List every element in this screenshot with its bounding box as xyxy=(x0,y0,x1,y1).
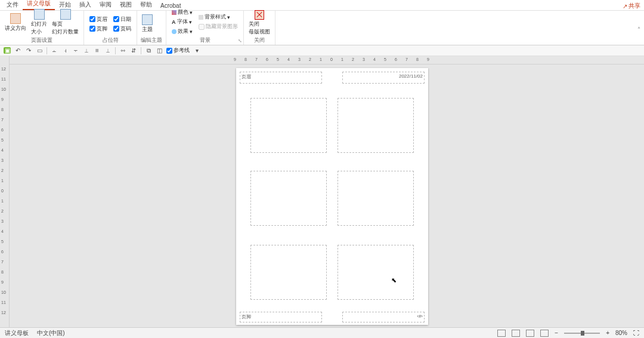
guides-label: 参考线 xyxy=(174,47,190,54)
slide-placeholder-1[interactable] xyxy=(250,98,327,153)
htick: 4 xyxy=(287,57,290,62)
chk-date[interactable]: 日期 xyxy=(113,16,131,23)
slideshow-button[interactable] xyxy=(540,330,549,337)
tab-review[interactable]: 审阅 xyxy=(95,0,116,10)
htick: 4 xyxy=(373,57,376,62)
close-icon xyxy=(255,10,264,20)
slide-placeholder-6[interactable] xyxy=(338,245,414,300)
zoom-thumb[interactable] xyxy=(581,331,584,336)
background-launcher[interactable]: ⤡ xyxy=(238,38,242,44)
orientation-icon xyxy=(10,13,21,24)
chk-footer[interactable]: 页脚 xyxy=(89,25,107,33)
share-label: 共享 xyxy=(628,2,640,10)
distribute-h-icon[interactable]: ⇿ xyxy=(119,47,126,54)
separator xyxy=(47,47,47,54)
page-number-placeholder[interactable]: ‹#› xyxy=(342,312,425,322)
canvas[interactable]: 9 8 7 6 5 4 3 2 1 0 1 2 3 4 5 6 7 8 9 页眉… xyxy=(10,56,644,327)
horizontal-ruler[interactable]: 9 8 7 6 5 4 3 2 1 0 1 2 3 4 5 6 7 8 9 xyxy=(10,56,644,64)
align-top-icon[interactable]: ⟂ xyxy=(83,47,90,54)
vtick: 2 xyxy=(1,209,4,213)
vtick: 9 xyxy=(1,280,4,284)
bg-styles-icon xyxy=(199,15,203,20)
separator xyxy=(141,47,141,54)
align-center-icon[interactable]: ⫞ xyxy=(61,47,69,54)
chk-hide-bg-graphics[interactable]: 隐藏背景图形 xyxy=(199,23,238,30)
chart-icon[interactable]: ◫ xyxy=(156,47,163,54)
slide-sorter-button[interactable] xyxy=(512,330,520,337)
slide-size-button[interactable]: 幻灯片 大小 xyxy=(30,9,48,36)
chk-pagenum-label: 页码 xyxy=(120,25,131,33)
tab-strip: 文件 讲义母版 开始 插入 审阅 视图 帮助 Acrobat ↗ 共享 xyxy=(0,0,644,11)
footer-placeholder[interactable]: 页脚 xyxy=(240,312,322,322)
status-language[interactable]: 中文(中国) xyxy=(37,329,65,337)
slide-placeholder-2[interactable] xyxy=(338,98,414,153)
vtick: 7 xyxy=(1,260,4,264)
themes-label: 主题 xyxy=(142,26,153,33)
tab-view[interactable]: 视图 xyxy=(116,0,136,10)
zoom-percent[interactable]: 80% xyxy=(615,330,627,336)
fonts-button[interactable]: A字体 ▾ xyxy=(172,18,193,26)
header-placeholder[interactable]: 页眉 xyxy=(240,72,322,84)
redo-icon[interactable]: ↷ xyxy=(25,47,32,54)
close-master-button[interactable]: 关闭 母版视图 xyxy=(247,10,271,36)
separator xyxy=(115,47,116,54)
group-label-placeholders: 占位符 xyxy=(88,36,133,44)
colors-button[interactable]: 颜色 ▾ xyxy=(172,8,193,16)
slides-per-page-icon xyxy=(60,9,71,20)
htick: 5 xyxy=(277,57,279,62)
zoom-out-button[interactable]: − xyxy=(555,330,558,336)
from-beginning-icon[interactable]: ▭ xyxy=(36,47,43,54)
slide-placeholder-5[interactable] xyxy=(250,245,327,300)
vtick: 4 xyxy=(1,229,4,233)
htick: 6 xyxy=(266,57,268,62)
collapse-ribbon-button[interactable]: ˄ xyxy=(637,26,640,33)
distribute-v-icon[interactable]: ⇵ xyxy=(130,47,137,54)
effects-label: 效果 xyxy=(178,27,188,35)
slide-size-label: 幻灯片 大小 xyxy=(31,20,47,36)
htick: 1 xyxy=(320,57,322,62)
htick: 3 xyxy=(298,57,301,62)
htick: 7 xyxy=(405,57,408,62)
reading-view-button[interactable] xyxy=(526,330,534,337)
handout-orientation-button[interactable]: 讲义方向 xyxy=(4,13,27,32)
date-placeholder[interactable]: 2022/11/02 xyxy=(342,72,425,84)
group-close: 关闭 母版视图 关闭 xyxy=(244,11,275,45)
close-master-label: 关闭 母版视图 xyxy=(249,20,270,36)
slides-per-page-button[interactable]: 每页 幻灯片数量 xyxy=(51,9,80,36)
tab-help[interactable]: 帮助 xyxy=(136,0,156,10)
bg-styles-button[interactable]: 背景样式 ▾ xyxy=(199,13,238,21)
slide-placeholder-3[interactable] xyxy=(250,171,327,226)
normal-view-button[interactable] xyxy=(497,330,506,337)
undo-icon[interactable]: ↶ xyxy=(14,47,21,54)
colors-icon xyxy=(172,10,177,15)
effects-icon xyxy=(172,29,177,34)
align-right-icon[interactable]: ⫟ xyxy=(72,47,79,54)
handout-page[interactable]: 页眉 2022/11/02 页脚 ‹#› xyxy=(236,68,428,325)
chk-page-number[interactable]: 页码 xyxy=(113,25,131,33)
group-placeholders: 页眉 页脚 日期 页码 占位符 xyxy=(84,11,137,45)
zoom-in-button[interactable]: + xyxy=(606,330,609,336)
chk-header[interactable]: 页眉 xyxy=(89,16,107,23)
align-bottom-icon[interactable]: ⟂ xyxy=(104,47,112,54)
status-view-name: 讲义母板 xyxy=(5,329,29,337)
fit-window-button[interactable]: ⛶ xyxy=(633,330,639,336)
htick: 2 xyxy=(352,57,354,62)
vertical-ruler[interactable]: 12 11 10 9 8 7 6 5 4 3 2 1 0 1 2 3 4 5 6… xyxy=(0,56,10,327)
colors-label: 颜色 xyxy=(178,8,188,16)
group-label-background: 背景 xyxy=(170,36,240,44)
effects-button[interactable]: 效果 ▾ xyxy=(172,27,193,35)
align-left-icon[interactable]: ⫠ xyxy=(51,47,58,54)
slide-placeholder-4[interactable] xyxy=(338,171,414,226)
htick: 1 xyxy=(341,57,343,62)
qat-customize-icon[interactable]: ▾ xyxy=(193,47,200,54)
align-middle-icon[interactable]: ≡ xyxy=(94,47,101,54)
chk-guides[interactable]: 参考线 xyxy=(166,47,190,54)
vtick: 5 xyxy=(1,239,4,244)
vtick: 9 xyxy=(1,97,4,102)
zoom-slider[interactable] xyxy=(564,333,600,334)
share-button[interactable]: ↗ 共享 xyxy=(623,2,640,10)
group-icon[interactable]: ⧉ xyxy=(145,47,152,54)
bg-styles-label: 背景样式 xyxy=(205,13,226,21)
save-icon[interactable]: ▣ xyxy=(4,47,11,54)
themes-button[interactable]: 主题 xyxy=(141,14,154,33)
